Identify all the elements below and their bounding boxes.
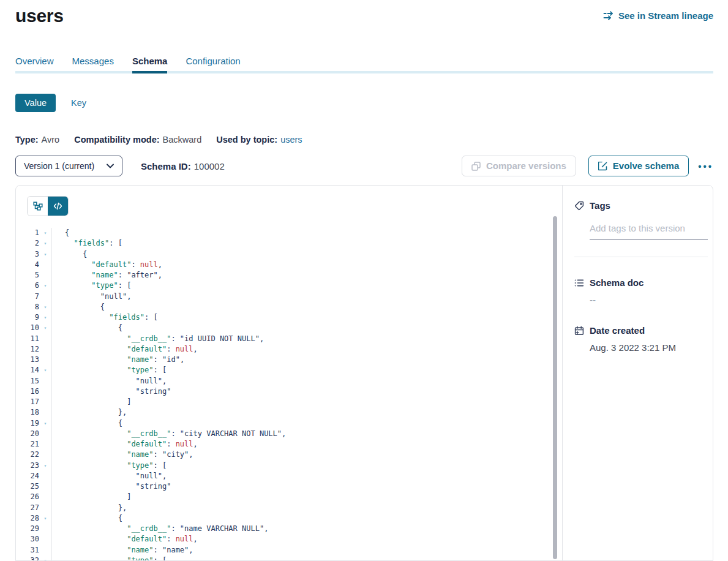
code-view-button[interactable] — [48, 197, 68, 216]
chevron-down-icon — [107, 164, 114, 168]
version-select[interactable]: Version 1 (current) — [15, 156, 122, 176]
fold-gutter — [39, 524, 52, 534]
tab-schema[interactable]: Schema — [132, 56, 168, 73]
code-line: 25 "string" — [16, 481, 562, 492]
line-number: 20 — [16, 429, 39, 439]
line-number: 9 — [16, 312, 39, 323]
code-text: "type": [ — [52, 461, 167, 471]
schema-type-label: Type: — [15, 135, 39, 145]
fold-arrow-icon[interactable]: ▾ — [39, 555, 52, 560]
tab-messages[interactable]: Messages — [72, 56, 114, 73]
line-number: 31 — [16, 545, 39, 555]
fold-arrow-icon[interactable]: ▾ — [39, 513, 52, 524]
code-line: 13 "name": "id", — [16, 355, 562, 365]
fold-arrow-icon[interactable]: ▾ — [39, 365, 52, 375]
fold-gutter — [39, 534, 52, 544]
fold-arrow-icon[interactable]: ▾ — [39, 418, 52, 429]
fold-arrow-icon[interactable]: ▾ — [39, 280, 52, 291]
code-text: "default": null, — [52, 439, 198, 450]
stream-lineage-icon — [603, 11, 614, 20]
tree-view-button[interactable] — [28, 197, 48, 216]
code-line: 12 "default": null, — [16, 344, 562, 355]
code-line: 9▾ "fields": [ — [16, 312, 562, 323]
fold-gutter — [39, 407, 52, 418]
code-text: { — [52, 323, 122, 333]
date-created-value: Aug. 3 2022 3:21 PM — [590, 342, 708, 353]
value-key-toggle: Value Key — [15, 94, 713, 112]
code-line: 3▾ { — [16, 249, 562, 260]
fold-arrow-icon[interactable]: ▾ — [39, 302, 52, 312]
schema-code-editor[interactable]: 1▾{2▾ "fields": [3▾ {4 "default": null,5… — [16, 228, 562, 560]
line-number: 19 — [16, 418, 39, 429]
code-line: 16 "string" — [16, 386, 562, 397]
code-view-icon — [53, 202, 62, 210]
fold-gutter — [39, 492, 52, 502]
line-number: 16 — [16, 386, 39, 397]
schema-code-pane: 1▾{2▾ "fields": [3▾ {4 "default": null,5… — [16, 186, 563, 560]
fold-arrow-icon[interactable]: ▾ — [39, 323, 52, 333]
fold-gutter — [39, 270, 52, 280]
schema-doc-value: -- — [590, 295, 708, 305]
tags-heading-label: Tags — [590, 200, 610, 211]
code-text: "null", — [52, 292, 131, 302]
used-by-topic-link[interactable]: users — [280, 135, 302, 145]
code-line: 32▾ "type": [ — [16, 555, 562, 560]
see-in-stream-lineage-link[interactable]: See in Stream lineage — [603, 10, 713, 21]
code-text: "string" — [52, 386, 171, 397]
code-line: 14▾ "type": [ — [16, 365, 562, 375]
schema-id-label: Schema ID: — [141, 161, 191, 171]
schema-page: users See in Stream lineage Overview Mes… — [0, 0, 728, 561]
code-line: 7 "null", — [16, 292, 562, 302]
code-line: 22 "name": "city", — [16, 450, 562, 460]
evolve-schema-button[interactable]: Evolve schema — [588, 156, 689, 176]
more-actions-button[interactable]: ••• — [698, 161, 713, 171]
schema-id: Schema ID:100002 — [141, 161, 225, 171]
code-text: "null", — [52, 471, 167, 481]
code-line: 11 "__crdb__": "id UUID NOT NULL", — [16, 334, 562, 344]
code-text: "fields": [ — [52, 312, 158, 323]
code-text: "name": "id", — [52, 355, 184, 365]
add-tags-input[interactable] — [590, 223, 708, 239]
schema-type-value: Avro — [42, 135, 60, 145]
used-by-topic-label: Used by topic: — [216, 135, 277, 145]
code-text: "string" — [52, 481, 171, 492]
compatibility-mode-label: Compatibility mode: — [74, 135, 159, 145]
compatibility-mode-value: Backward — [163, 135, 202, 145]
code-text: }, — [52, 503, 127, 513]
code-line: 10▾ { — [16, 323, 562, 333]
editor-scrollbar[interactable] — [553, 216, 557, 560]
version-toolbar: Version 1 (current) Schema ID:100002 Com… — [15, 156, 713, 176]
fold-arrow-icon[interactable]: ▾ — [39, 312, 52, 323]
code-line: 18 }, — [16, 407, 562, 418]
fold-gutter — [39, 439, 52, 450]
line-number: 26 — [16, 492, 39, 502]
fold-gutter — [39, 429, 52, 439]
code-line: 24 "null", — [16, 471, 562, 481]
fold-arrow-icon[interactable]: ▾ — [39, 249, 52, 260]
schema-metadata-sidebar: Tags Schema doc -- — [563, 186, 713, 560]
code-line: 1▾{ — [16, 228, 562, 238]
tab-configuration[interactable]: Configuration — [186, 56, 240, 73]
key-tab-button[interactable]: Key — [71, 98, 86, 108]
line-number: 2 — [16, 238, 39, 249]
code-line: 6▾ "type": [ — [16, 280, 562, 291]
code-text: "default": null, — [52, 534, 198, 544]
editor-scrollbar-thumb[interactable] — [553, 216, 557, 559]
schema-meta-row: Type:Avro Compatibility mode:Backward Us… — [15, 135, 713, 145]
value-tab-button[interactable]: Value — [15, 94, 56, 112]
code-text: "type": [ — [52, 555, 167, 560]
code-line: 8▾ { — [16, 302, 562, 312]
code-text: "name": "name", — [52, 545, 193, 555]
fold-gutter — [39, 386, 52, 397]
code-text: "__crdb__": "id UUID NOT NULL", — [52, 334, 264, 344]
fold-arrow-icon[interactable]: ▾ — [39, 238, 52, 249]
fold-arrow-icon[interactable]: ▾ — [39, 461, 52, 471]
tab-overview[interactable]: Overview — [15, 56, 54, 73]
code-text: ] — [52, 397, 131, 407]
compare-versions-button[interactable]: Compare versions — [462, 156, 576, 176]
editor-view-toggle — [27, 196, 69, 216]
fold-arrow-icon[interactable]: ▾ — [39, 228, 52, 238]
line-number: 8 — [16, 302, 39, 312]
version-select-value: Version 1 (current) — [24, 161, 94, 171]
code-text: "__crdb__": "city VARCHAR NOT NULL", — [52, 429, 286, 439]
